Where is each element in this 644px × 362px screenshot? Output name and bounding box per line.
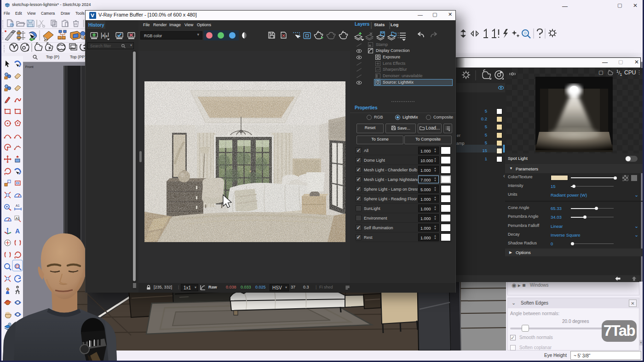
svg-text:A: A <box>102 34 104 37</box>
svg-text:B: B <box>106 35 108 38</box>
